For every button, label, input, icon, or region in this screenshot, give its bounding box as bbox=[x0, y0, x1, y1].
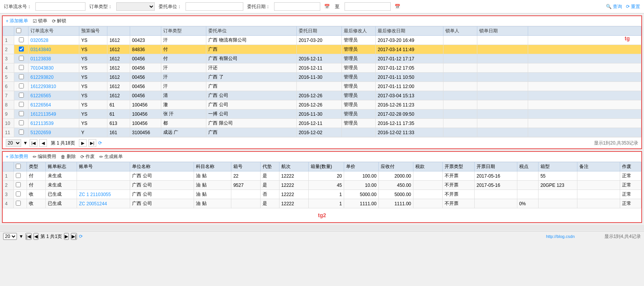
table-row[interactable]: 8 61226564 YS 61 100456 澈 广西 公司 2016-12-… bbox=[3, 100, 641, 110]
lrow-ticket-date: 2017-05-16 bbox=[475, 181, 517, 190]
lower-refresh[interactable]: ⟳ bbox=[79, 234, 83, 239]
row-checkbox[interactable] bbox=[19, 93, 24, 98]
lrow-check[interactable] bbox=[13, 190, 27, 199]
lrow-check[interactable] bbox=[13, 181, 27, 190]
row-check[interactable] bbox=[14, 82, 28, 91]
date-from-input[interactable]: 2017-06-01 bbox=[274, 2, 320, 11]
upper-last-page[interactable]: ▶| bbox=[89, 139, 96, 147]
reset-button[interactable]: ⟳ 重置 bbox=[626, 3, 640, 10]
lrow-unit: 广西 公司 bbox=[130, 171, 194, 181]
lock-button[interactable]: ☑ 锁单 bbox=[33, 18, 47, 24]
edit-fee-button[interactable]: ✏ 编辑费用 bbox=[33, 153, 56, 160]
order-num-input[interactable] bbox=[35, 2, 85, 11]
row-check[interactable] bbox=[14, 54, 28, 63]
row-check[interactable] bbox=[14, 100, 28, 110]
unlock-button[interactable]: ⟳ 解锁 bbox=[52, 18, 66, 24]
generate-button[interactable]: ✏ 生成账单 bbox=[99, 153, 123, 160]
row-check[interactable] bbox=[14, 45, 28, 54]
delete-button[interactable]: 🗑 删除 bbox=[61, 153, 76, 160]
row-checkbox[interactable] bbox=[19, 47, 24, 52]
row-check[interactable] bbox=[14, 63, 28, 73]
lrow-voyage: 12222 bbox=[279, 181, 308, 190]
cell-modifier: 管理员 bbox=[342, 63, 376, 73]
lrow-checkbox[interactable] bbox=[16, 173, 21, 178]
table-row[interactable]: 4 收 已生成 ZC 20051244 广西 公司 油 贴 是 12222 1 … bbox=[3, 199, 641, 208]
table-row[interactable]: 3 收 已生成 ZC 1 21103055 广西 公司 油 贴 否 12222 … bbox=[3, 190, 641, 199]
add-fee-button[interactable]: + 添加费用 bbox=[6, 153, 28, 160]
row-checkbox[interactable] bbox=[19, 56, 24, 61]
reset-icon: ⟳ bbox=[626, 4, 630, 9]
row-checkbox[interactable] bbox=[19, 102, 24, 107]
upper-first-page[interactable]: |◀ bbox=[30, 139, 37, 147]
lower-page-size-select[interactable]: 20 bbox=[3, 233, 17, 240]
submit-button[interactable]: ⟳ 作废 bbox=[80, 153, 95, 160]
row-checkbox[interactable] bbox=[19, 120, 24, 125]
col-header-entrust: 委托单位 bbox=[206, 27, 297, 36]
table-row[interactable]: 3 01123838 YS 1612 00456 付 广西 有限公司 2016-… bbox=[3, 54, 641, 63]
select-all-upper[interactable] bbox=[16, 28, 21, 33]
lrow-receivable: 1111.00 bbox=[379, 199, 413, 208]
row-check[interactable] bbox=[14, 73, 28, 82]
cell-entrust: 广西 有限公司 bbox=[206, 54, 297, 63]
row-checkbox[interactable] bbox=[19, 130, 24, 135]
cell-entrust: 广西 bbox=[206, 45, 297, 54]
table-row[interactable]: 9 1612113549 YS 61 100456 张 汗 一搏 公司 2016… bbox=[3, 110, 641, 119]
table-row[interactable]: 1 0320528 YS 1612 00423 汗 广西 物流有限公司 2017… bbox=[3, 36, 641, 45]
row-checkbox[interactable] bbox=[19, 74, 24, 79]
table-row[interactable]: 6 1612293810 YS 1612 00456 汗 广西 管理员 2017… bbox=[3, 82, 641, 91]
lower-total-records: 显示1到4,共4记录 bbox=[604, 233, 641, 240]
row-check[interactable] bbox=[14, 91, 28, 100]
table-row[interactable]: 1 付 未生成 广西 公司 油 贴 22 是 12222 20 100.00 2… bbox=[3, 171, 641, 181]
lrow-tax bbox=[413, 199, 443, 208]
calendar-icon-from[interactable]: 📅 bbox=[324, 4, 330, 9]
upper-prev-page[interactable]: ◀ bbox=[39, 139, 47, 147]
lrow-type: 付 bbox=[27, 181, 45, 190]
table-row[interactable]: 11 51202659 Y 161 3100456 成远 广 广西 2016-1… bbox=[3, 128, 641, 137]
cell-extra bbox=[528, 54, 641, 63]
cell-modify-date: 2017-01-11 12:00 bbox=[376, 82, 443, 91]
upper-refresh[interactable]: ⟳ bbox=[98, 140, 102, 146]
row-checkbox[interactable] bbox=[19, 37, 24, 42]
table-row[interactable]: 5 612293820 YS 1612 00456 汗 广西 了 2016-11… bbox=[3, 73, 641, 82]
lcol-check bbox=[13, 162, 27, 171]
lower-prev-page[interactable]: ◀ bbox=[33, 233, 38, 240]
lrow-check[interactable] bbox=[13, 171, 27, 181]
cell-budget: YS bbox=[79, 100, 107, 110]
lrow-status2: 正常 bbox=[620, 199, 641, 208]
cell-date: 2016-11-30 bbox=[296, 110, 341, 119]
lrow-check[interactable] bbox=[13, 199, 27, 208]
entrust-unit-input[interactable] bbox=[186, 2, 243, 11]
row-checkbox[interactable] bbox=[19, 111, 24, 116]
upper-page-size-select[interactable]: 20 bbox=[6, 139, 21, 147]
lower-next-page[interactable]: ▶ bbox=[64, 233, 69, 240]
upper-total-pages: 共18页 bbox=[60, 140, 75, 146]
row-check[interactable] bbox=[14, 128, 28, 137]
row-check[interactable] bbox=[14, 36, 28, 45]
horizontal-scrollbar[interactable] bbox=[0, 225, 644, 230]
add-account-button[interactable]: + 添加账单 bbox=[6, 18, 28, 24]
table-row[interactable]: 7 61226565 YS 1612 00456 清 广西 公司 2016-12… bbox=[3, 91, 641, 100]
row-checkbox[interactable] bbox=[19, 65, 24, 70]
lrow-checkbox[interactable] bbox=[16, 191, 21, 196]
lrow-bill-num bbox=[77, 181, 130, 190]
table-row[interactable]: 10 612113539 YS 613 100456 都 广西 限公司 2016… bbox=[3, 119, 641, 128]
row-checkbox[interactable] bbox=[19, 83, 24, 88]
lower-first-page[interactable]: |◀ bbox=[25, 233, 32, 240]
upper-next-page[interactable]: ▶ bbox=[79, 139, 87, 147]
select-all-lower[interactable] bbox=[16, 164, 21, 169]
row-check[interactable] bbox=[14, 110, 28, 119]
order-type-select[interactable] bbox=[116, 2, 155, 11]
table-row[interactable]: 2 付 未生成 广西 公司 油 贴 9527 是 12222 45 10.00 … bbox=[3, 181, 641, 190]
cell-modifier: 管理员 bbox=[342, 73, 376, 82]
col-header-review-date: 锁单日期 bbox=[477, 27, 528, 36]
cell-col1: 1612 bbox=[107, 73, 130, 82]
table-row[interactable]: 2 03143840 YS 1612 84836 付 广西 管理员 2017-0… bbox=[3, 45, 641, 54]
lrow-checkbox[interactable] bbox=[16, 182, 21, 187]
query-button[interactable]: 🔍 查询 bbox=[606, 3, 622, 10]
calendar-icon-to[interactable]: 📅 bbox=[395, 4, 400, 9]
lrow-checkbox[interactable] bbox=[16, 201, 21, 206]
date-to-input[interactable]: 2017-06-30 bbox=[345, 2, 391, 11]
table-row[interactable]: 4 701043830 YS 1612 00456 汗 汗还 2016-12-1… bbox=[3, 63, 641, 73]
lower-last-page[interactable]: ▶| bbox=[71, 233, 77, 240]
row-check[interactable] bbox=[14, 119, 28, 128]
